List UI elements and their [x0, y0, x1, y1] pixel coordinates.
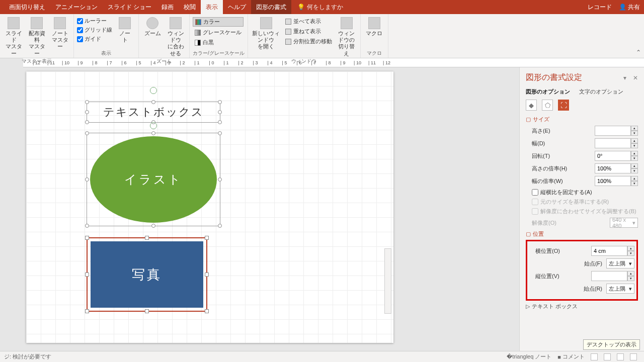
size-section-header[interactable]: ▢ サイズ	[526, 116, 638, 123]
bw-button[interactable]: 白黒	[193, 38, 244, 47]
from-v-combo[interactable]: 左上隅▾	[606, 284, 634, 294]
slide-master-button[interactable]: スライド マスター	[3, 15, 24, 57]
height-input[interactable]	[595, 126, 631, 136]
spin-up-icon[interactable]: ▴	[631, 126, 638, 131]
textbox-section-header[interactable]: ▷ テキスト ボックス	[526, 303, 638, 310]
from-h-combo[interactable]: 左上隅▾	[606, 258, 634, 268]
scale-w-input[interactable]	[595, 176, 631, 186]
position-highlight: 横位置(O)▴▾ 始点(F)左上隅▾ 縦位置(V)▴▾ 始点(R)左上隅▾	[526, 240, 638, 301]
bw-icon	[195, 40, 201, 46]
grayscale-icon	[195, 30, 201, 36]
rotation-input[interactable]	[595, 151, 631, 161]
group-show: ルーラー グリッド線 ガイド ノー ト 表示	[74, 14, 139, 58]
color-button[interactable]: カラー	[193, 17, 244, 27]
fill-line-icon[interactable]: ◆	[526, 100, 537, 111]
split-button[interactable]: 分割位置の移動	[283, 37, 334, 46]
normal-view-icon[interactable]	[588, 353, 601, 360]
size-properties-icon[interactable]: ⛶	[558, 100, 569, 111]
tab-slideshow[interactable]: スライド ショー	[103, 0, 156, 14]
zoom-button[interactable]: ズーム	[142, 15, 163, 37]
fit-window-button[interactable]: ウィンドウ に合わせる	[165, 15, 186, 57]
cascade-icon	[285, 29, 291, 35]
effects-icon[interactable]: ⬠	[542, 100, 553, 111]
shape-options-tab[interactable]: 図形のオプション	[526, 88, 570, 96]
pane-options-icon[interactable]: ▾	[623, 74, 626, 81]
tab-review[interactable]: 校閲	[179, 0, 201, 14]
textbox-shape[interactable]: テキストボックス	[87, 102, 220, 123]
arrange-button[interactable]: 並べて表示	[283, 17, 334, 26]
slide-canvas[interactable]: テキストボックス イラスト 写真	[0, 67, 519, 351]
lightbulb-icon: 💡	[297, 4, 305, 11]
original-size-checkbox: 元のサイズを基準にする(R)	[532, 198, 638, 206]
handout-master-button[interactable]: 配布資料 マスター	[26, 15, 47, 57]
ruler-checkbox[interactable]: ルーラー	[77, 17, 112, 25]
vpos-input[interactable]	[591, 271, 627, 281]
rotation-handle-icon[interactable]	[150, 87, 157, 94]
group-label: マクロ	[364, 49, 385, 58]
person-icon: 👤	[619, 4, 626, 11]
spin-down-icon[interactable]: ▾	[631, 131, 638, 136]
guide-checkbox[interactable]: ガイド	[77, 35, 112, 43]
rectangle-text: 写真	[132, 266, 162, 284]
arrange-icon	[285, 19, 291, 25]
reading-view-icon[interactable]	[614, 353, 627, 360]
tell-me[interactable]: 💡 何をしますか	[297, 3, 343, 12]
rectangle-shape[interactable]: 写真	[87, 237, 207, 312]
macro-button[interactable]: マクロ	[364, 15, 385, 37]
position-section-header[interactable]: ▢ 位置	[526, 230, 638, 238]
status-bar: ジ: 検討が必要です �triangleq ノート ■ コメント	[0, 351, 644, 362]
lock-aspect-checkbox[interactable]: 縦横比を固定する(A)	[532, 189, 638, 196]
tab-help[interactable]: ヘルプ	[223, 0, 251, 14]
record-button[interactable]: レコード	[588, 3, 612, 12]
group-label: 表示	[77, 49, 135, 58]
group-label: カラー/グレースケール	[193, 49, 245, 58]
group-label: ウィンドウ	[251, 57, 357, 66]
oval-shape[interactable]: イラスト	[87, 133, 220, 226]
cascade-button[interactable]: 重ねて表示	[283, 27, 334, 36]
text-options-tab[interactable]: 文字のオプション	[579, 88, 623, 96]
title-bar: 画面切り替え アニメーション スライド ショー 録画 校閲 表示 ヘルプ 図形の…	[0, 0, 644, 14]
new-window-icon	[260, 17, 272, 29]
tab-shape-format[interactable]: 図形の書式	[251, 0, 291, 14]
width-label: 幅(D)	[532, 140, 545, 147]
grayscale-button[interactable]: グレースケール	[193, 28, 244, 37]
notes-master-button[interactable]: ノート マスター	[49, 15, 70, 50]
fit-window-icon	[170, 17, 182, 29]
rotation-handle-icon[interactable]	[150, 122, 157, 129]
switch-window-icon	[341, 17, 353, 29]
ribbon: スライド マスター 配布資料 マスター ノート マスター マスター表示 ルーラー…	[0, 14, 644, 58]
notes-toggle[interactable]: �triangleq ノート	[504, 353, 554, 360]
from-h-label: 始点(F)	[584, 260, 602, 267]
ribbon-tabs: 画面切り替え アニメーション スライド ショー 録画 校閲 表示 ヘルプ 図形の…	[4, 0, 291, 14]
macro-icon	[368, 17, 380, 29]
oval-fill: イラスト	[90, 136, 217, 223]
notes-button[interactable]: ノー ト	[114, 15, 135, 43]
tab-transitions[interactable]: 画面切り替え	[4, 0, 50, 14]
color-icon	[195, 19, 201, 25]
slideshow-view-icon[interactable]	[627, 353, 640, 360]
new-window-button[interactable]: 新しいウィンドウ を開く	[251, 15, 281, 50]
width-input[interactable]	[595, 138, 631, 148]
sorter-view-icon[interactable]	[601, 353, 614, 360]
vertical-scrollbar[interactable]	[384, 248, 391, 314]
scale-h-input[interactable]	[595, 163, 631, 173]
tell-me-label: 何をしますか	[307, 3, 343, 12]
tab-view[interactable]: 表示	[201, 0, 223, 14]
hpos-input[interactable]	[591, 246, 627, 256]
slide[interactable]: テキストボックス イラスト 写真	[26, 71, 393, 343]
collapse-ribbon-icon[interactable]: ⌃	[636, 49, 641, 56]
close-icon[interactable]: ✕	[633, 74, 638, 81]
share-button[interactable]: 👤 共有	[619, 3, 640, 12]
switch-window-button[interactable]: ウィンドウの 切り替え	[336, 15, 357, 57]
resolution-label: 解像度(O)	[532, 219, 556, 227]
rectangle-fill: 写真	[91, 241, 203, 308]
resolution-combo: 640 x 480▾	[610, 218, 638, 228]
from-v-label: 始点(R)	[584, 285, 602, 293]
tab-record[interactable]: 録画	[156, 0, 179, 14]
group-zoom: ズーム ウィンドウ に合わせる ズーム	[139, 14, 190, 58]
chevron-down-icon: ▾	[629, 260, 632, 267]
comments-toggle[interactable]: ■ コメント	[554, 353, 588, 360]
resolution-fit-checkbox: 解像度に合わせてサイズを調整する(B)	[532, 208, 638, 215]
grid-checkbox[interactable]: グリッド線	[77, 26, 112, 34]
tab-animations[interactable]: アニメーション	[50, 0, 103, 14]
